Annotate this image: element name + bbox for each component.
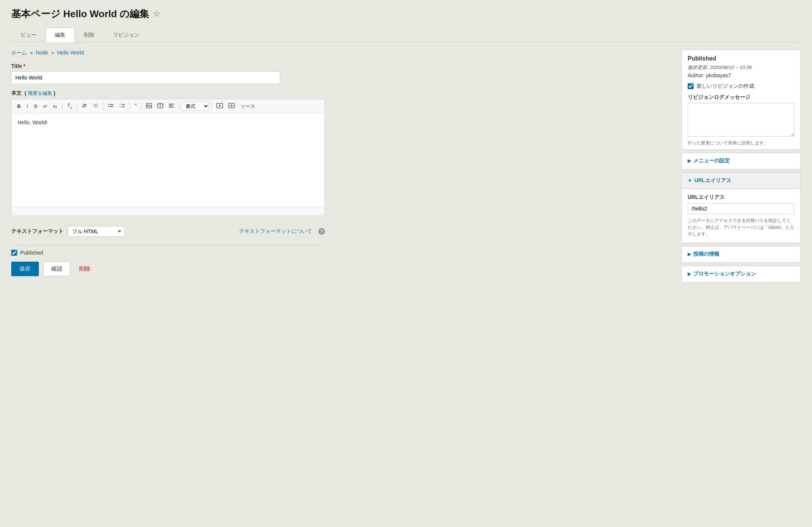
sep2 — [77, 103, 77, 110]
published-box: Published 最終更新: 2020/08/10 – 10:39 Autho… — [681, 50, 801, 150]
confirm-button[interactable]: 確認 — [43, 262, 70, 276]
svg-rect-14 — [169, 104, 174, 105]
breadcrumb-node[interactable]: Node — [36, 50, 48, 56]
bullet-list-button[interactable] — [106, 102, 116, 111]
required-marker: * — [24, 63, 25, 69]
chevron-right-icon2: ▶ — [688, 252, 691, 257]
sep1 — [62, 103, 62, 110]
sep7 — [211, 103, 212, 110]
menu-settings-label: メニューの設定 — [693, 158, 730, 164]
sep6 — [179, 103, 179, 110]
published-box-title: Published — [688, 55, 794, 62]
published-checkbox[interactable] — [11, 250, 17, 256]
right-panel: Published 最終更新: 2020/08/10 – 10:39 Autho… — [681, 50, 801, 517]
table-button[interactable] — [155, 102, 165, 111]
help-icon[interactable]: ? — [318, 228, 325, 235]
text-format-link[interactable]: テキストフォーマットについて — [239, 228, 312, 235]
breadcrumb-sep1: » — [30, 50, 33, 56]
style-select[interactable]: 書式 — [182, 102, 209, 111]
source-button[interactable]: ソース — [238, 102, 258, 110]
chevron-down-icon: ▼ — [688, 178, 692, 183]
menu-settings-header[interactable]: ▶ メニューの設定 — [682, 153, 800, 169]
subscript-button[interactable]: x₂ — [50, 103, 60, 110]
url-alias-header[interactable]: ▼ URLエイリアス — [682, 173, 800, 189]
text-format-select[interactable]: フル HTML Basic HTML プレーンテキスト — [68, 226, 125, 237]
editor-body[interactable]: Hello, World! — [12, 113, 325, 207]
svg-rect-15 — [169, 105, 173, 106]
clear-format-button[interactable]: Tx — [65, 102, 74, 111]
published-meta: 最終更新: 2020/08/10 – 10:39 — [688, 64, 794, 71]
sep4 — [130, 103, 130, 110]
bold-button[interactable]: B — [15, 102, 23, 110]
chevron-right-icon: ▶ — [688, 158, 691, 163]
left-panel: ホーム » Node » Hello World Title true * 本文… — [11, 50, 674, 517]
tabs-bar: ビュー 編集 削除 リビジョン — [11, 27, 801, 42]
breadcrumb: ホーム » Node » Hello World — [11, 50, 674, 56]
tab-delete[interactable]: 削除 — [75, 28, 104, 42]
editor-content: Hello, World! — [18, 119, 319, 125]
summary-link[interactable]: 概要を編集 — [28, 90, 52, 97]
svg-rect-16 — [169, 107, 174, 107]
divider — [11, 245, 325, 245]
text-format-label: テキストフォーマット — [11, 228, 63, 235]
embed-button[interactable] — [226, 102, 237, 111]
title-input[interactable] — [11, 71, 280, 84]
revision-log-label: リビジョンログメッセージ — [688, 94, 794, 101]
body-label: 本文 ( 概要を編集 ) — [11, 90, 674, 97]
svg-text:2.: 2. — [120, 106, 121, 108]
chevron-right-icon3: ▶ — [688, 271, 691, 277]
svg-rect-6 — [122, 104, 125, 105]
url-alias-hint: このデータにアクセスできる代替パスを指定してください。例えば、アバウトページには… — [688, 217, 794, 237]
published-label: Published — [20, 250, 43, 256]
editor-statusbar — [12, 207, 325, 216]
superscript-button[interactable]: x² — [41, 103, 50, 110]
image-button[interactable] — [144, 102, 154, 111]
breadcrumb-current[interactable]: Hello World — [57, 50, 84, 56]
action-buttons: 保存 確認 削除 — [11, 262, 674, 276]
align-button[interactable] — [166, 102, 177, 111]
svg-rect-2 — [110, 104, 114, 105]
strikethrough-button[interactable]: S — [31, 102, 40, 110]
url-alias-section: ▼ URLエイリアス URLエイリアス このデータにアクセスできる代替パスを指定… — [681, 172, 801, 243]
svg-point-3 — [108, 106, 109, 107]
unlink-button[interactable] — [90, 102, 101, 111]
star-icon[interactable]: ☆ — [153, 9, 160, 19]
breadcrumb-home[interactable]: ホーム — [11, 50, 27, 56]
post-info-label: 投稿の情報 — [693, 251, 719, 258]
blockquote-button[interactable]: " — [132, 102, 139, 111]
post-info-header[interactable]: ▶ 投稿の情報 — [682, 246, 800, 262]
promotion-options-header[interactable]: ▶ プロモーションオプション — [682, 266, 800, 282]
url-alias-field-label: URLエイリアス — [688, 194, 794, 201]
svg-rect-4 — [110, 106, 114, 107]
svg-rect-8 — [122, 106, 125, 107]
published-author: Author: ykobayas7 — [688, 72, 794, 78]
tab-edit[interactable]: 編集 — [46, 28, 75, 42]
save-button[interactable]: 保存 — [11, 262, 39, 276]
revision-log-textarea[interactable] — [688, 103, 794, 137]
svg-point-1 — [108, 104, 109, 105]
published-box-header: Published 最終更新: 2020/08/10 – 10:39 Autho… — [682, 50, 800, 149]
italic-button[interactable]: I — [24, 102, 31, 110]
revision-checkbox[interactable] — [688, 83, 694, 89]
promotion-options-label: プロモーションオプション — [693, 271, 756, 277]
url-alias-input[interactable] — [688, 203, 794, 214]
tab-revision[interactable]: リビジョン — [104, 28, 149, 42]
editor-toolbar: B I S x² x₂ Tx — [12, 99, 325, 113]
published-check-row: Published — [11, 250, 674, 256]
page-title: 基本ページ Hello World の編集 ☆ — [11, 7, 801, 21]
menu-settings-section: ▶ メニューの設定 — [681, 153, 801, 169]
revision-log-hint: 行った変更について簡単に説明します。 — [688, 140, 794, 146]
url-alias-body: URLエイリアス このデータにアクセスできる代替パスを指定してください。例えば、… — [682, 189, 800, 243]
editor-container: B I S x² x₂ Tx — [11, 99, 325, 216]
post-info-section: ▶ 投稿の情報 — [681, 246, 801, 263]
link-button[interactable] — [79, 102, 90, 111]
sep3 — [103, 103, 103, 110]
sep5 — [141, 103, 142, 110]
title-label: Title true * — [11, 63, 674, 69]
tab-view[interactable]: ビュー — [11, 28, 46, 42]
media-button[interactable] — [214, 102, 225, 111]
delete-link[interactable]: 削除 — [75, 262, 95, 276]
text-format-row: テキストフォーマット フル HTML Basic HTML プレーンテキスト テ… — [11, 222, 325, 240]
breadcrumb-sep2: » — [51, 50, 54, 56]
numbered-list-button[interactable]: 1. 2. — [117, 102, 127, 111]
